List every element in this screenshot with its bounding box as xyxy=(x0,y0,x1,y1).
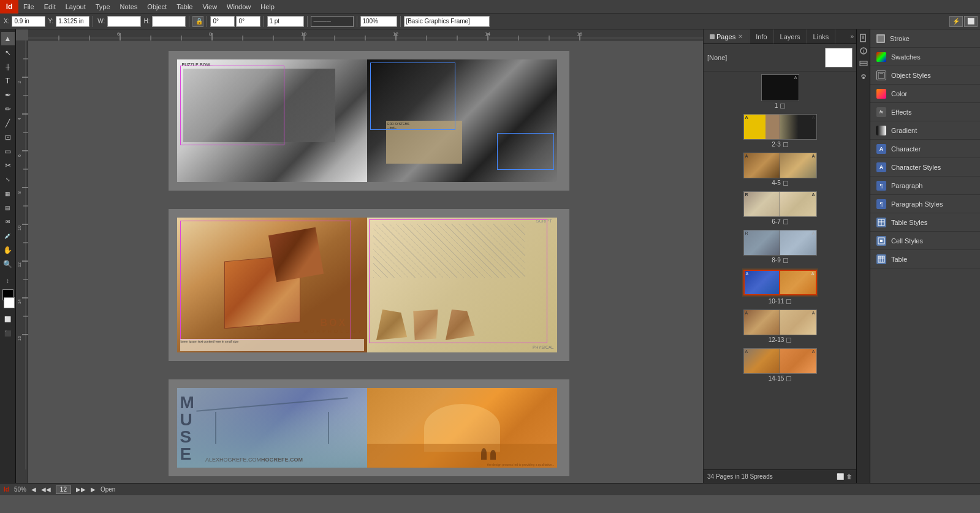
sync-btn[interactable]: ⚡ xyxy=(949,16,963,27)
y-label: Y: xyxy=(47,18,55,25)
tool-note[interactable]: ✉ xyxy=(1,215,15,229)
table-panel-item[interactable]: Table xyxy=(870,250,980,268)
canvas-area[interactable]: 6 8 10 12 14 16 2 4 6 xyxy=(16,29,703,483)
tool-select[interactable]: ▲ xyxy=(1,32,15,45)
tool-free-transform[interactable]: ⤡ xyxy=(1,173,15,186)
spread-page-1[interactable]: PUZZLE BOW... GRD SYSTEMS...text... xyxy=(177,59,557,182)
page-thumb-12[interactable]: A xyxy=(743,310,780,335)
tool-normal-mode[interactable]: ⬜ xyxy=(1,313,15,326)
stroke-weight-dropdown[interactable]: 1 pt xyxy=(267,16,304,27)
tab-links[interactable]: Links xyxy=(807,29,836,44)
panel-icon-layers[interactable] xyxy=(857,58,870,70)
tab-info[interactable]: Info xyxy=(750,29,773,44)
menu-view[interactable]: View xyxy=(197,0,222,13)
page-thumb-10[interactable]: A xyxy=(743,270,780,295)
tool-direct-select[interactable]: ↖ xyxy=(1,46,15,59)
tool-rectangle-frame[interactable]: ⊡ xyxy=(1,131,15,144)
tool-scissors[interactable]: ✂ xyxy=(1,159,15,172)
table-styles-panel-item[interactable]: Table Styles xyxy=(870,213,980,232)
stroke-color-field[interactable]: ──── xyxy=(311,16,354,27)
cell-styles-panel-item[interactable]: Cell Styles xyxy=(870,232,980,250)
tool-gradient-swatch[interactable]: ▦ xyxy=(1,187,15,200)
tool-type[interactable]: T xyxy=(1,74,15,88)
lock-btn[interactable]: 🔒 xyxy=(192,16,203,27)
menu-table[interactable]: Table xyxy=(172,0,197,13)
tab-pages-close[interactable]: ✕ xyxy=(738,33,743,40)
menu-edit[interactable]: Edit xyxy=(39,0,61,13)
stroke-panel-item[interactable]: Stroke xyxy=(870,29,980,48)
paragraph-styles-panel-item[interactable]: ¶ Paragraph Styles xyxy=(870,195,980,213)
menu-notes[interactable]: Notes xyxy=(115,0,143,13)
tool-line[interactable]: ╱ xyxy=(1,116,15,130)
view-mode-btn[interactable]: ⬜ xyxy=(964,16,978,27)
character-styles-panel-item[interactable]: A Character Styles xyxy=(870,158,980,177)
page-nav-next[interactable]: ▶ xyxy=(91,486,96,493)
rotation-field[interactable]: 0° xyxy=(210,16,235,27)
tool-hand[interactable]: ✋ xyxy=(1,243,15,257)
pages-panel-content[interactable]: A 1 A A xyxy=(704,72,856,469)
tool-pen[interactable]: ✒ xyxy=(1,88,15,102)
paragraph-panel-item[interactable]: ¶ Paragraph xyxy=(870,177,980,195)
zoom-dropdown[interactable]: 100% xyxy=(360,16,397,27)
cell-styles-label: Cell Styles xyxy=(891,237,923,245)
panel-icon-links[interactable] xyxy=(857,70,870,83)
toolbar-sep-3 xyxy=(207,16,207,27)
h-field[interactable] xyxy=(152,16,186,27)
tab-pages[interactable]: Pages ✕ xyxy=(704,29,750,44)
spread-row-14-15: A A 14-15 xyxy=(706,348,854,382)
panel-icon-info[interactable]: i xyxy=(857,45,870,57)
zoom-level[interactable]: 50% xyxy=(14,486,26,493)
pages-panel: Pages ✕ Info Layers Links » [None] A xyxy=(703,29,856,483)
object-styles-panel-item[interactable]: Object Styles xyxy=(870,66,980,85)
page-thumb-4[interactable]: A xyxy=(743,153,780,178)
menu-object[interactable]: Object xyxy=(142,0,172,13)
page-thumb-8[interactable]: R xyxy=(743,230,780,256)
page-thumb-15[interactable]: A xyxy=(780,348,817,374)
gradient-panel-item[interactable]: Gradient xyxy=(870,121,980,140)
page-thumb-5[interactable]: A xyxy=(780,153,817,178)
page-nav-prev[interactable]: ◀ xyxy=(31,486,36,493)
tab-layers[interactable]: Layers xyxy=(774,29,807,44)
color-panel-item[interactable]: Color xyxy=(870,85,980,103)
create-page-btn[interactable]: 🗑 xyxy=(846,473,853,480)
menu-layout[interactable]: Layout xyxy=(61,0,91,13)
w-field[interactable] xyxy=(107,16,141,27)
effects-panel-item[interactable]: fx Effects xyxy=(870,103,980,121)
page-thumb-6[interactable]: R xyxy=(743,191,780,217)
swatches-panel-item[interactable]: Swatches xyxy=(870,48,980,66)
page-thumb-7[interactable]: A xyxy=(780,191,817,217)
character-panel-item[interactable]: A Character xyxy=(870,140,980,158)
menu-file[interactable]: File xyxy=(18,0,39,13)
tool-gap[interactable]: ╫ xyxy=(1,60,15,74)
tool-gradient-feather[interactable]: ▤ xyxy=(1,201,15,215)
page-thumb-1[interactable]: A xyxy=(761,74,799,101)
menu-help[interactable]: Help xyxy=(256,0,279,13)
menu-type[interactable]: Type xyxy=(91,0,115,13)
frame-style-dropdown[interactable]: [Basic Graphics Frame] xyxy=(404,16,490,27)
menu-window[interactable]: Window xyxy=(222,0,256,13)
page-nav-back[interactable]: ◀◀ xyxy=(41,486,51,493)
page-thumb-14[interactable]: A xyxy=(743,348,780,374)
page-thumb-9[interactable]: A xyxy=(780,230,817,256)
tool-swap[interactable]: ↕ xyxy=(1,274,15,287)
page-nav-fwd[interactable]: ▶▶ xyxy=(76,486,86,493)
spread-page-3[interactable]: MUSE ALEXHOGREFE.COMHOGREFE.COM xyxy=(177,388,557,468)
page-number-input[interactable] xyxy=(56,485,71,494)
spread-page-2[interactable]: BOX MORPHOLOGY ⬡ lorem ipsum text conten… xyxy=(177,218,557,352)
create-master-btn[interactable]: ⬜ xyxy=(837,473,844,480)
tool-rectangle[interactable]: ▭ xyxy=(1,145,15,158)
page-thumb-3[interactable]: A xyxy=(780,114,817,140)
tool-preview-mode[interactable]: ⬛ xyxy=(1,327,15,340)
stroke-color[interactable] xyxy=(4,297,15,308)
x-field[interactable]: 0.9 in xyxy=(12,16,45,27)
page-thumb-11[interactable]: A xyxy=(780,270,817,295)
page-thumb-2[interactable]: A xyxy=(743,114,780,140)
page-thumb-13[interactable]: A xyxy=(780,310,817,335)
panel-icon-pages[interactable] xyxy=(857,32,870,44)
y-field[interactable]: 1.3125 in xyxy=(56,16,89,27)
tool-pencil[interactable]: ✏ xyxy=(1,102,15,116)
tool-eyedropper[interactable]: 💉 xyxy=(1,229,15,243)
panels-expand-btn[interactable]: » xyxy=(848,33,856,40)
tool-zoom[interactable]: 🔍 xyxy=(1,257,15,271)
shear-field[interactable]: 0° xyxy=(236,16,260,27)
